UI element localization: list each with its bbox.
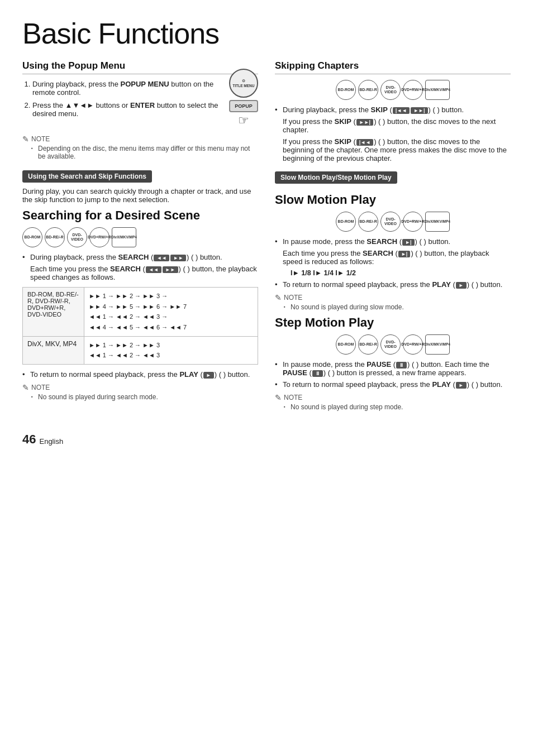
slow-divx-badge: DivX/MKV/MP4 bbox=[425, 212, 450, 232]
bd-rom-badge: BD-ROM bbox=[22, 227, 42, 247]
searching-note-label: NOTE bbox=[31, 384, 50, 391]
slow-motion-heading: Slow Motion Play bbox=[275, 193, 511, 207]
page-title: Basic Functions bbox=[22, 17, 511, 50]
search-speed-table: BD-ROM, BD-RE/-R, DVD-RW/-R, DVD+RW/+R, … bbox=[22, 287, 258, 365]
table-row-1-label: BD-ROM, BD-RE/-R, DVD-RW/-R, DVD+RW/+R, … bbox=[23, 288, 84, 337]
search-skip-desc: During play, you can search quickly thro… bbox=[22, 187, 258, 204]
skipping-bullet-1: During playback, press the SKIP (|◄◄►►|)… bbox=[275, 106, 511, 114]
slow-bullet-1: In pause mode, press the SEARCH (►|) ( )… bbox=[275, 237, 511, 246]
slow-return-bullet: To return to normal speed playback, pres… bbox=[275, 280, 511, 289]
search-skip-header: Using the Search and Skip Functions bbox=[22, 170, 152, 183]
popup-note-item: Depending on the disc, the menu items ma… bbox=[31, 145, 258, 160]
left-column: Using the Popup Menu ⊙ TITLE MENU POPUP … bbox=[22, 60, 258, 415]
skip-bd-re-r-badge: BD-RE/-R bbox=[358, 80, 378, 100]
popup-note: ✎ NOTE Depending on the disc, the menu i… bbox=[22, 135, 258, 160]
speed-list: I► 1/8 I► 1/4 I► 1/2 bbox=[291, 269, 511, 277]
step-dvd-video-badge: DVD-VIDEO bbox=[380, 334, 401, 355]
skip-bd-rom-badge: BD-ROM bbox=[336, 80, 356, 100]
step-bullets: In pause mode, press the PAUSE (⏸) ( ) b… bbox=[275, 360, 511, 389]
step-motion-heading: Step Motion Play bbox=[275, 315, 511, 330]
step-1: During playback, press the POPUP MENU bu… bbox=[32, 80, 258, 97]
searching-note: ✎ NOTE No sound is played during search … bbox=[22, 383, 258, 401]
title-menu-button: ⊙ TITLE MENU bbox=[229, 69, 258, 98]
remote-illustration: ⊙ TITLE MENU POPUP ☞ bbox=[229, 69, 258, 128]
searching-para: Each time you press the SEARCH (◄◄►►) ( … bbox=[30, 265, 258, 281]
skip-dvd-video-badge: DVD-VIDEO bbox=[380, 80, 401, 100]
table-row-1-speeds: ►► 1 → ►► 2 → ►► 3 → ►► 4 → ►► 5 → ►► 6 … bbox=[84, 288, 258, 337]
note-pencil-icon: ✎ bbox=[22, 135, 29, 143]
slow-dvd-rw-r-badge: DVD+RW/+R bbox=[403, 212, 423, 232]
slow-note: ✎ NOTE No sound is played during slow mo… bbox=[275, 293, 511, 311]
skip-dvd-rw-r-badge: DVD+RW/+R bbox=[403, 80, 423, 100]
right-column: Skipping Chapters BD-ROM BD-RE/-R DVD-VI… bbox=[275, 60, 511, 415]
divx-badge: DivX/MKV/MP4 bbox=[112, 227, 136, 247]
slow-note-label: NOTE bbox=[284, 294, 302, 302]
page-number: 46 bbox=[22, 432, 36, 447]
step-bd-re-r-badge: BD-RE/-R bbox=[358, 334, 378, 355]
skipping-bullets: During playback, press the SKIP (|◄◄►►|)… bbox=[275, 106, 511, 114]
step-bullet-1: In pause mode, press the PAUSE (⏸) ( ) b… bbox=[275, 360, 511, 377]
skipping-para1: If you press the SKIP (►►|) ( ) button, … bbox=[283, 117, 511, 162]
step1-text: During playback, press the bbox=[32, 80, 121, 88]
table-row-2-label: DivX, MKV, MP4 bbox=[23, 336, 84, 364]
searching-return-bullet: To return to normal speed playback, pres… bbox=[22, 370, 258, 379]
table-row-1: BD-ROM, BD-RE/-R, DVD-RW/-R, DVD+RW/+R, … bbox=[23, 288, 258, 337]
step-2: Press the ▲▼◄► buttons or ENTER button t… bbox=[32, 101, 258, 118]
dvd-video-badge: DVD-VIDEO bbox=[67, 227, 87, 247]
note-label-text: NOTE bbox=[31, 135, 50, 143]
step2-bold: ENTER bbox=[130, 101, 155, 109]
return-normal-speed: To return to normal speed playback, pres… bbox=[22, 370, 258, 379]
step-note-item: No sound is played during step mode. bbox=[284, 403, 511, 411]
popup-menu-heading: Using the Popup Menu bbox=[22, 60, 258, 74]
searching-note-item: No sound is played during search mode. bbox=[31, 393, 258, 401]
searching-disc-badges: BD-ROM BD-RE/-R DVD-VIDEO DVD+RW/+R DivX… bbox=[22, 227, 258, 247]
searching-bullets: During playback, press the SEARCH (◄◄►►)… bbox=[22, 253, 258, 261]
searching-note-icon: ✎ bbox=[22, 383, 29, 392]
popup-button: POPUP bbox=[229, 100, 258, 112]
skipping-disc-badges: BD-ROM BD-RE/-R DVD-VIDEO DVD+RW/+R DivX… bbox=[275, 80, 511, 100]
slow-step-header: Slow Motion Play/Step Motion Play bbox=[275, 171, 397, 184]
page-lang: English bbox=[39, 437, 63, 446]
skip-divx-badge: DivX/MKV/MP4 bbox=[425, 80, 450, 100]
slow-return-normal: To return to normal speed playback, pres… bbox=[275, 280, 511, 289]
step1-bold: POPUP MENU bbox=[121, 80, 169, 88]
step-return: To return to normal speed playback, pres… bbox=[275, 380, 511, 389]
slow-para: Each time you press the SEARCH (►|) ( ) … bbox=[283, 249, 511, 277]
step-disc-badges: BD-ROM BD-RE/-R DVD-VIDEO DVD+RW/+R DivX… bbox=[275, 334, 511, 355]
step-divx-badge: DivX/MKV/MP4 bbox=[425, 334, 450, 355]
slow-bd-rom-badge: BD-ROM bbox=[336, 212, 356, 232]
searching-heading: Searching for a Desired Scene bbox=[22, 208, 258, 223]
table-row-2: DivX, MKV, MP4 ►► 1 → ►► 2 → ►► 3 ◄◄ 1 →… bbox=[23, 336, 258, 364]
step-dvd-rw-r-badge: DVD+RW/+R bbox=[403, 334, 423, 355]
page-footer: 46 English bbox=[22, 432, 511, 447]
step-bd-rom-badge: BD-ROM bbox=[336, 334, 356, 355]
bd-re-r-badge: BD-RE/-R bbox=[45, 227, 65, 247]
slow-note-icon: ✎ bbox=[275, 293, 282, 302]
step-note-icon: ✎ bbox=[275, 393, 282, 402]
step2-text: Press the ▲▼◄► buttons or bbox=[32, 101, 130, 109]
searching-bullet-1: During playback, press the SEARCH (◄◄►►)… bbox=[22, 253, 258, 261]
dvd-rw-r-badge: DVD+RW/+R bbox=[89, 227, 110, 247]
step-note: ✎ NOTE No sound is played during step mo… bbox=[275, 393, 511, 411]
slow-bullets: In pause mode, press the SEARCH (►|) ( )… bbox=[275, 237, 511, 246]
slow-bd-re-r-badge: BD-RE/-R bbox=[358, 212, 378, 232]
table-row-2-speeds: ►► 1 → ►► 2 → ►► 3 ◄◄ 1 → ◄◄ 2 → ◄◄ 3 bbox=[84, 336, 258, 364]
skipping-heading: Skipping Chapters bbox=[275, 60, 511, 74]
slow-note-item: No sound is played during slow mode. bbox=[284, 303, 511, 311]
slow-disc-badges: BD-ROM BD-RE/-R DVD-VIDEO DVD+RW/+R DivX… bbox=[275, 212, 511, 232]
step-note-label: NOTE bbox=[284, 394, 302, 401]
slow-dvd-video-badge: DVD-VIDEO bbox=[380, 212, 401, 232]
